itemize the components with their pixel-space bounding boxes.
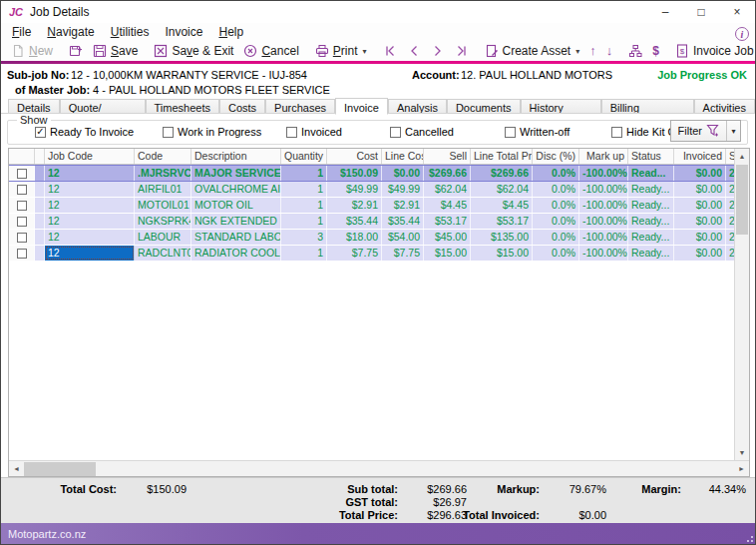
cell-select[interactable]	[9, 214, 35, 229]
cell-status[interactable]: Ready...	[628, 246, 674, 261]
close-button[interactable]: ×	[719, 1, 755, 23]
menu-item-help[interactable]: Help	[210, 23, 251, 41]
column-header-line_cost[interactable]: Line Cost	[382, 149, 424, 164]
cell-line_total_price[interactable]: $4.45	[471, 198, 533, 213]
checkbox-icon[interactable]	[286, 127, 297, 138]
cell-invoiced[interactable]: $0.00	[674, 230, 726, 245]
tab-analysis[interactable]: Analysis	[388, 99, 447, 114]
invoice-job-button[interactable]: $ Invoice Job ▾	[670, 42, 756, 60]
horizontal-scrollbar-thumb[interactable]	[24, 462, 96, 476]
cell-st[interactable]: 2	[726, 166, 734, 181]
create-asset-dropdown-icon[interactable]: ▾	[575, 47, 579, 56]
menu-item-navigate[interactable]: Navigate	[39, 23, 102, 41]
horizontal-scrollbar[interactable]: ◄ ►	[9, 460, 749, 476]
cell-job_code[interactable]: 12	[45, 182, 135, 197]
cell-select[interactable]	[9, 166, 35, 181]
print-dropdown-icon[interactable]: ▾	[362, 47, 366, 56]
menu-item-invoice[interactable]: Invoice	[157, 23, 210, 41]
cell-st[interactable]: 2	[726, 230, 734, 245]
cell-sell[interactable]: $4.45	[424, 198, 471, 213]
column-header-sell[interactable]: Sell	[424, 149, 471, 164]
cell-mark_up[interactable]: -100.00%	[579, 198, 628, 213]
scroll-right-icon[interactable]: ►	[734, 461, 749, 476]
column-header-disc[interactable]: Disc (%)	[533, 149, 579, 164]
vertical-scrollbar-thumb[interactable]	[736, 165, 748, 235]
info-icon[interactable]: i	[735, 27, 749, 41]
row-select-checkbox[interactable]	[17, 217, 27, 227]
column-header-code[interactable]: Code	[135, 149, 191, 164]
cell-ind[interactable]	[35, 182, 45, 197]
cell-line_total_price[interactable]: $15.00	[471, 246, 533, 261]
row-select-checkbox[interactable]	[17, 201, 27, 211]
cell-invoiced[interactable]: $0.00	[674, 246, 726, 261]
tab-purchases[interactable]: Purchases	[265, 99, 335, 114]
cell-quantity[interactable]: 3	[281, 230, 327, 245]
cell-code[interactable]: LABOUR	[135, 230, 191, 245]
cell-disc[interactable]: 0.0%	[533, 166, 579, 181]
cell-description[interactable]: STANDARD LABOU...	[191, 230, 281, 245]
tab-timesheets[interactable]: Timesheets	[146, 99, 219, 114]
scroll-left-icon[interactable]: ◄	[9, 461, 24, 476]
cell-quantity[interactable]: 1	[281, 198, 327, 213]
cell-status[interactable]: Ready...	[628, 182, 674, 197]
menu-item-file[interactable]: File	[4, 23, 39, 41]
cell-select[interactable]	[9, 230, 35, 245]
cell-line_total_price[interactable]: $53.17	[471, 214, 533, 229]
cell-disc[interactable]: 0.0%	[533, 230, 579, 245]
table-row[interactable]: 12.MJRSRVCMAJOR SERVICE KIT1$150.09$0.00…	[9, 165, 734, 182]
cell-description[interactable]: MOTOR OIL	[191, 198, 281, 213]
cell-code[interactable]: AIRFIL01	[135, 182, 191, 197]
cell-cost[interactable]: $49.99	[327, 182, 382, 197]
kit-hierarchy-button[interactable]	[623, 42, 647, 60]
cell-job_code[interactable]: 12	[45, 230, 135, 245]
cell-description[interactable]: RADIATOR COOLANT	[191, 246, 281, 261]
cell-mark_up[interactable]: -100.00%	[579, 182, 628, 197]
filter-dropdown-icon[interactable]: ▾	[727, 127, 740, 136]
column-header-mark_up[interactable]: Mark up	[579, 149, 628, 164]
cell-cost[interactable]: $18.00	[327, 230, 382, 245]
cell-ind[interactable]	[35, 166, 45, 181]
print-button[interactable]: Print ▾	[310, 42, 372, 60]
tab-history-notes[interactable]: History Notes	[521, 99, 601, 114]
cell-mark_up[interactable]: -100.00%	[579, 246, 628, 261]
scroll-down-icon[interactable]: ▼	[735, 445, 749, 460]
cell-line_cost[interactable]: $54.00	[382, 230, 424, 245]
cell-line_cost[interactable]: $7.75	[382, 246, 424, 261]
first-record-button[interactable]	[378, 42, 402, 60]
cell-code[interactable]: NGKSPRK4PK	[135, 214, 191, 229]
cell-quantity[interactable]: 1	[281, 166, 327, 181]
row-select-checkbox[interactable]	[17, 249, 27, 259]
cell-sell[interactable]: $53.17	[424, 214, 471, 229]
cell-disc[interactable]: 0.0%	[533, 198, 579, 213]
cell-description[interactable]: NGK EXTENDED RE...	[191, 214, 281, 229]
row-select-checkbox[interactable]	[17, 169, 27, 179]
tab-documents[interactable]: Documents	[447, 99, 521, 114]
cell-code[interactable]: RADCLNT01	[135, 246, 191, 261]
checkbox-icon[interactable]	[505, 127, 516, 138]
tab-quote-budget[interactable]: Quote/ Budget	[60, 99, 146, 114]
cell-line_cost[interactable]: $49.99	[382, 182, 424, 197]
cell-sell[interactable]: $62.04	[424, 182, 471, 197]
previous-record-button[interactable]	[402, 42, 426, 60]
cell-status[interactable]: Read...	[628, 166, 674, 181]
row-select-checkbox[interactable]	[17, 185, 27, 195]
filter-checkbox-ready-to-invoice[interactable]: ✓Ready To Invoice	[35, 126, 134, 138]
table-row[interactable]: 12NGKSPRK4PKNGK EXTENDED RE...1$35.44$35…	[9, 214, 734, 230]
cell-ind[interactable]	[35, 214, 45, 229]
cell-invoiced[interactable]: $0.00	[674, 166, 726, 181]
cell-description[interactable]: MAJOR SERVICE KIT	[191, 166, 281, 181]
cell-ind[interactable]	[35, 230, 45, 245]
cell-invoiced[interactable]: $0.00	[674, 182, 726, 197]
new-button[interactable]: New	[6, 42, 58, 60]
cell-code[interactable]: .MJRSRVC	[135, 166, 191, 181]
row-select-checkbox[interactable]	[17, 233, 27, 243]
cell-mark_up[interactable]: -100.00%	[579, 230, 628, 245]
cell-st[interactable]: 2	[726, 214, 734, 229]
cell-description[interactable]: OVALCHROME AIR ...	[191, 182, 281, 197]
table-row[interactable]: 12MOTOIL01MOTOR OIL1$2.91$2.91$4.45$4.45…	[9, 198, 734, 214]
cell-select[interactable]	[9, 182, 35, 197]
cell-quantity[interactable]: 1	[281, 182, 327, 197]
resize-grip-icon[interactable]	[744, 533, 753, 542]
cell-mark_up[interactable]: -100.00%	[579, 214, 628, 229]
table-row[interactable]: 12AIRFIL01OVALCHROME AIR ...1$49.99$49.9…	[9, 182, 734, 198]
